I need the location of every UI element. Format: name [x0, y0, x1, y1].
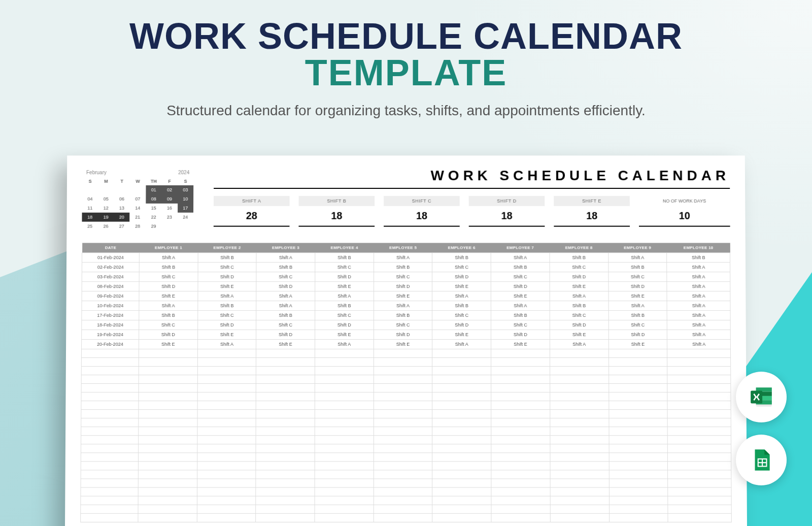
table-cell: Shift A	[197, 291, 256, 301]
table-cell: Shift D	[432, 272, 491, 282]
table-cell: Shift C	[197, 311, 256, 320]
table-cell-empty	[256, 470, 315, 479]
table-cell: Shift C	[139, 272, 198, 282]
table-cell: Shift B	[315, 301, 374, 311]
table-row: 03-Feb-2024Shift CShift DShift CShift DS…	[82, 272, 730, 282]
table-cell-empty	[491, 479, 550, 487]
table-cell-empty	[81, 462, 138, 470]
table-cell: Shift A	[256, 253, 315, 262]
table-cell-empty	[609, 444, 668, 453]
table-cell: Shift B	[550, 253, 608, 262]
mini-cal-day: 03	[178, 185, 193, 194]
table-cell-empty	[256, 410, 315, 418]
table-cell: Shift E	[315, 282, 374, 291]
table-cell-empty	[432, 505, 491, 513]
table-cell: Shift A	[667, 291, 730, 301]
table-row-empty	[81, 375, 731, 384]
table-cell-empty	[374, 444, 432, 453]
table-row: 02-Feb-2024Shift BShift CShift BShift CS…	[82, 262, 730, 272]
table-cell-empty	[432, 427, 491, 436]
shift-label: SHIFT C	[384, 196, 460, 206]
table-cell: Shift B	[139, 311, 198, 320]
shift-value: 18	[384, 206, 460, 227]
table-row: 19-Feb-2024Shift DShift EShift DShift ES…	[82, 330, 731, 340]
table-cell: Shift E	[550, 330, 608, 340]
mini-cal-day-header: S	[82, 177, 98, 185]
table-cell: Shift E	[550, 282, 608, 291]
table-header: EMPLOYEE 1	[139, 243, 198, 252]
mini-cal-day	[161, 222, 177, 231]
table-cell-empty	[256, 427, 315, 436]
table-cell: Shift D	[608, 282, 667, 291]
shift-box: SHIFT A28	[214, 196, 290, 227]
table-cell-empty	[315, 513, 374, 522]
table-cell: Shift A	[550, 291, 608, 301]
table-cell-empty	[256, 436, 315, 444]
table-row-empty	[81, 392, 731, 401]
table-cell: Shift A	[315, 291, 374, 301]
workdays-value: 10	[639, 206, 730, 227]
table-cell: Shift B	[374, 311, 432, 320]
table-cell: Shift A	[667, 320, 731, 330]
table-cell-empty	[315, 453, 374, 462]
table-cell: Shift A	[608, 301, 667, 311]
mini-cal-day: 27	[114, 222, 129, 231]
table-cell-empty	[374, 410, 432, 418]
table-cell-empty	[256, 462, 315, 470]
table-header: EMPLOYEE 2	[198, 243, 257, 252]
table-row: 17-Feb-2024Shift BShift CShift BShift CS…	[82, 311, 730, 320]
table-cell-empty	[668, 487, 731, 496]
table-cell-empty	[197, 487, 256, 496]
table-cell: 19-Feb-2024	[82, 330, 139, 340]
table-cell-empty	[550, 367, 608, 375]
mini-cal-day: 29	[146, 222, 161, 231]
mini-cal-day: 08	[146, 194, 161, 204]
table-cell-empty	[374, 384, 432, 392]
title-line2: TEMPLATE	[0, 52, 812, 93]
mini-cal-day: 16	[161, 204, 177, 213]
table-cell-empty	[256, 375, 315, 384]
table-cell: Shift C	[491, 272, 550, 282]
table-cell-empty	[374, 513, 432, 522]
table-cell-empty	[491, 513, 550, 522]
table-cell-empty	[432, 487, 491, 496]
table-cell-empty	[138, 436, 197, 444]
table-cell-empty	[374, 375, 432, 384]
table-row-empty	[81, 367, 730, 375]
table-cell-empty	[139, 367, 197, 375]
table-cell: Shift E	[608, 291, 667, 301]
table-cell-empty	[609, 418, 668, 427]
table-cell-empty	[667, 375, 731, 384]
table-cell-empty	[432, 375, 491, 384]
table-cell: Shift D	[198, 272, 257, 282]
table-cell: Shift D	[197, 320, 256, 330]
table-cell: Shift E	[374, 340, 432, 349]
workdays-box: NO OF WORK DAYS10	[639, 196, 730, 227]
shift-box: SHIFT E18	[554, 196, 630, 227]
table-cell: Shift A	[550, 340, 608, 349]
table-cell-empty	[197, 496, 256, 505]
table-cell-empty	[81, 357, 139, 366]
table-cell: Shift A	[667, 282, 730, 291]
mini-cal-day: 15	[146, 204, 161, 213]
table-cell-empty	[256, 453, 315, 462]
table-cell-empty	[315, 418, 374, 427]
table-cell-empty	[138, 505, 197, 513]
table-cell: Shift B	[432, 253, 491, 262]
sheets-badge[interactable]	[736, 435, 787, 485]
table-cell-empty	[491, 496, 550, 505]
table-cell-empty	[256, 513, 315, 522]
table-row-empty	[81, 462, 731, 470]
table-cell-empty	[315, 444, 374, 453]
table-cell: Shift A	[374, 253, 432, 262]
excel-icon	[749, 384, 774, 410]
table-cell-empty	[491, 367, 550, 375]
table-cell-empty	[550, 357, 608, 366]
excel-badge[interactable]	[736, 372, 787, 422]
table-cell-empty	[609, 427, 668, 436]
table-cell-empty	[491, 357, 550, 366]
table-cell-empty	[609, 436, 668, 444]
table-cell: Shift B	[197, 301, 256, 311]
table-cell-empty	[256, 479, 315, 487]
mini-cal-month: February	[86, 170, 107, 175]
